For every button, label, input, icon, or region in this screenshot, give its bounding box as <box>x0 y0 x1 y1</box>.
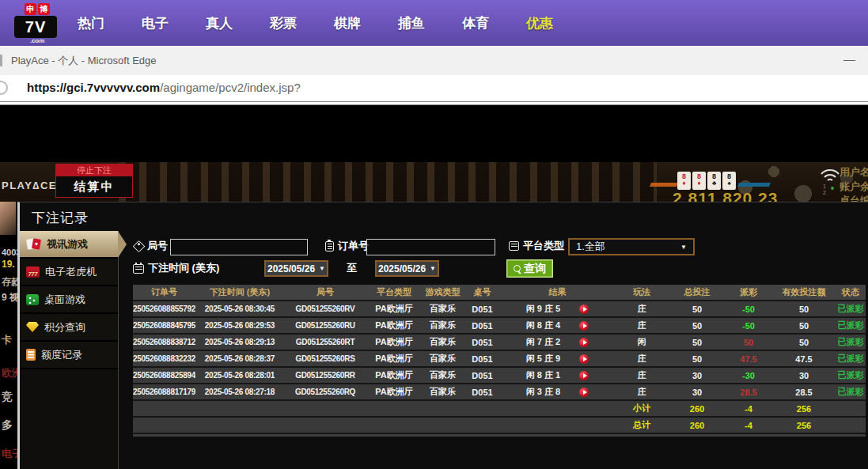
replay-icon[interactable] <box>579 321 589 331</box>
sidebar: 视讯游戏电子老虎机桌面游戏积分查询额度记录 <box>20 231 119 469</box>
sidebar-item-3[interactable]: 桌面游戏 <box>20 286 118 314</box>
subtotal-payout: -4 <box>725 401 772 416</box>
cards-icon <box>26 238 41 251</box>
tab-fragment <box>0 55 2 66</box>
payout-cell: -50 <box>725 318 772 333</box>
replay-icon[interactable] <box>579 338 589 347</box>
order-label-group: 订单号 <box>325 239 369 253</box>
screen: 申 博 7V .com 热门电子真人彩票棋牌捕鱼体育优惠 PlayAce - 个… <box>0 0 868 469</box>
empty-cell <box>284 418 366 433</box>
url-input[interactable]: https://gci.7vvvvvv.com/agingame/pcv2/in… <box>27 75 301 100</box>
col-header-8: 玩法 <box>614 285 669 300</box>
casino-backdrop: PLAY∆CE 停止下注 结算中 8♦8♦8♣8♠ 2,811,820.23 1… <box>0 162 868 202</box>
meter-orange <box>650 183 678 187</box>
dealt-cards: 8♦8♦8♣8♠ <box>677 172 736 190</box>
empty-cell <box>501 401 614 416</box>
round-label-group: 局号 <box>135 239 168 253</box>
order-input[interactable] <box>366 239 495 255</box>
fragment-4: 9 视 <box>2 291 19 304</box>
grand-total-row: 总计260-4256 <box>133 418 866 434</box>
sidebar-item-1[interactable]: 视讯游戏 <box>20 231 118 259</box>
status-cell: 已派彩 <box>836 335 866 350</box>
card-suit: ♠ <box>722 180 736 187</box>
platform-cell: PA欧洲厅 <box>366 368 422 383</box>
total-bet-cell: 30 <box>669 384 725 399</box>
time-cell: 2025-05-26 08:29:53 <box>195 318 284 333</box>
nav-item-7[interactable]: 体育 <box>462 14 489 32</box>
empty-cell <box>284 401 366 416</box>
empty-cell <box>133 418 195 433</box>
game-type-cell: 百家乐 <box>422 384 464 399</box>
to-label-wrap: 至 <box>347 261 357 275</box>
total-bet-cell: 30 <box>669 368 725 383</box>
date-from-picker[interactable]: 2025/05/26 ▼ <box>264 260 328 277</box>
result-cell: 闲 9 庄 5 <box>501 301 614 316</box>
replay-icon[interactable] <box>579 388 589 397</box>
replay-icon[interactable] <box>579 354 589 364</box>
online-dot <box>831 187 834 190</box>
nav-item-3[interactable]: 真人 <box>206 14 233 32</box>
minimize-button[interactable]: — <box>843 46 855 73</box>
logo-badge-1: 申 <box>25 3 36 15</box>
empty-cell <box>366 401 422 416</box>
play-cell: 庄 <box>614 384 669 399</box>
logo-badges: 申 博 <box>14 3 60 15</box>
search-button[interactable]: 查询 <box>506 259 553 278</box>
col-header-2: 下注时间 (美东) <box>195 285 284 300</box>
account-labels: 用户名称账户余额桌台编号 <box>840 165 868 202</box>
chevron-down-icon: ▼ <box>319 265 325 272</box>
card-suit: ♦ <box>692 180 706 187</box>
round-cell: GD051255260RU <box>284 318 366 333</box>
nav-item-8[interactable]: 优惠 <box>526 14 553 32</box>
date-to-picker[interactable]: 2025/05/26 ▼ <box>375 260 439 277</box>
order-cell: 250526088855792 <box>133 301 195 316</box>
nav-item-2[interactable]: 电子 <box>142 14 169 32</box>
result-cell: 闲 5 庄 9 <box>501 351 614 366</box>
valid-bet-cell: 28.5 <box>772 384 836 399</box>
table-row: 2505260888258942025-05-26 08:28:01GD0512… <box>133 368 866 384</box>
round-input[interactable] <box>170 239 308 255</box>
site-logo[interactable]: 申 博 7V .com <box>14 3 60 44</box>
panel-body: 视讯游戏电子老虎机桌面游戏积分查询额度记录 局号 订单号 <box>20 231 868 469</box>
nav-item-4[interactable]: 彩票 <box>270 14 297 32</box>
platform-label-group: 平台类型 <box>509 239 564 253</box>
sidebar-item-label: 额度记录 <box>41 348 82 362</box>
empty-cell <box>836 418 866 433</box>
table-row: 2505260888322322025-05-26 08:28:37GD0512… <box>133 351 866 368</box>
col-header-1: 订单号 <box>133 285 195 300</box>
nav-item-1[interactable]: 热门 <box>78 14 104 32</box>
sidebar-item-label: 桌面游戏 <box>44 293 85 307</box>
col-header-3: 局号 <box>284 285 366 300</box>
col-header-6: 桌号 <box>464 285 501 300</box>
replay-icon[interactable] <box>579 371 589 380</box>
game-type-cell: 百家乐 <box>422 301 464 316</box>
search-button-label: 查询 <box>524 262 546 276</box>
avatar <box>0 202 16 235</box>
empty-cell <box>195 418 284 433</box>
fragment-8: 多 <box>2 418 13 433</box>
nav-item-6[interactable]: 捕鱼 <box>398 14 425 32</box>
url-domain: https://gci.7vvvvvv.com <box>27 81 160 94</box>
gem-icon <box>26 322 39 332</box>
empty-cell <box>422 418 464 433</box>
grand-total-total-bet: 260 <box>669 418 725 433</box>
round-cell: GD051255260RV <box>284 301 366 316</box>
reload-icon[interactable] <box>0 81 8 95</box>
sidebar-item-5[interactable]: 额度记录 <box>20 342 118 369</box>
replay-icon[interactable] <box>579 304 589 314</box>
sidebar-item-4[interactable]: 积分查询 <box>20 314 118 342</box>
platform-cell: PA欧洲厅 <box>366 384 422 399</box>
sidebar-item-2[interactable]: 电子老虎机 <box>20 259 118 286</box>
order-cell: 250526088845795 <box>133 318 195 333</box>
subtotal-label: 小计 <box>614 401 669 416</box>
table-no-cell: D051 <box>464 368 501 383</box>
sidebar-item-label: 视讯游戏 <box>47 237 88 252</box>
nav-item-5[interactable]: 棋牌 <box>334 14 361 32</box>
platform-select[interactable]: 1.全部 ▼ <box>568 238 695 255</box>
table-row: 2505260888171792025-05-26 08:27:18GD0512… <box>133 384 866 401</box>
platform-cell: PA欧洲厅 <box>366 301 422 316</box>
result-cell: 闲 3 庄 8 <box>501 384 614 399</box>
table-no-cell: D051 <box>464 335 501 350</box>
col-header-4: 平台类型 <box>366 285 422 300</box>
date-from-value: 2025/05/26 <box>267 263 315 274</box>
